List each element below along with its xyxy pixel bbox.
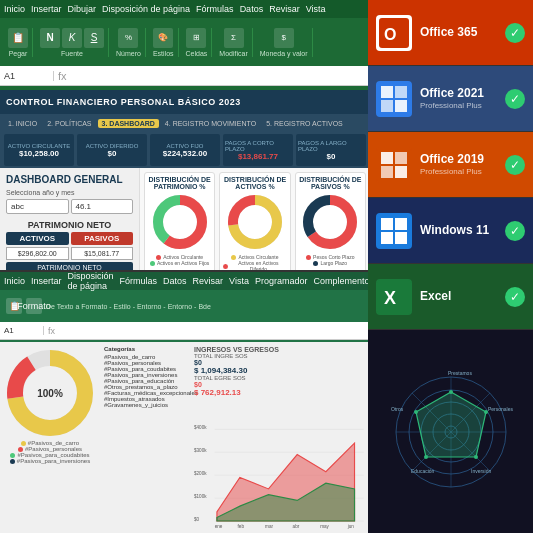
svg-rect-49	[381, 100, 393, 112]
svg-text:Educación: Educación	[411, 468, 435, 474]
dashboard-title: CONTROL FINANCIERO PERSONAL BÁSICO 2023	[6, 97, 241, 107]
donut-legend: #Pasivos_de_carro #Pasivos_personales #P…	[6, 440, 94, 464]
toolbar-format: % Número	[112, 28, 146, 57]
svg-text:$0: $0	[194, 517, 200, 522]
svg-text:100%: 100%	[37, 388, 63, 399]
currency-icon[interactable]: $	[274, 28, 294, 48]
month-selector[interactable]: 46.1	[71, 199, 134, 214]
radar-chart-area: Prestamos Personales Educación Inversión…	[368, 330, 533, 533]
second-donut-svg: 100%	[5, 348, 95, 438]
svg-rect-52	[381, 152, 393, 164]
office365-logo: O	[376, 15, 412, 51]
toolbar-font: N K S Fuente	[36, 28, 109, 57]
menu2-disposicion[interactable]: Disposición de página	[68, 271, 114, 291]
editing-label: Modificar	[219, 50, 247, 57]
menu2-complementos[interactable]: Complementos	[314, 276, 371, 286]
tab-politicas[interactable]: 2. POLÍTICAS	[43, 119, 95, 128]
format-cells-icon[interactable]: Formato	[26, 298, 42, 314]
product-excel[interactable]: X Excel ✓	[368, 264, 533, 330]
product-office365[interactable]: O Office 365 ✓	[368, 0, 533, 66]
stat-activo-fijo: ACTIVO FIJO $224,532.00	[150, 134, 220, 166]
year-selector[interactable]: abc	[6, 199, 69, 214]
svg-point-73	[449, 390, 453, 394]
underline-icon[interactable]: S	[84, 28, 104, 48]
donut-pasivos	[300, 192, 360, 252]
menu-insertar[interactable]: Insertar	[31, 4, 62, 14]
product-name-office2019: Office 2019	[420, 152, 497, 166]
product-office2019[interactable]: Office 2019 Professional Plus ✓	[368, 132, 533, 198]
fx-label-2: fx	[48, 326, 55, 336]
excel-icon: X	[377, 280, 411, 314]
office2021-icon	[377, 82, 411, 116]
svg-rect-53	[395, 152, 407, 164]
product-name-excel: Excel	[420, 289, 497, 303]
check-icon-office365: ✓	[505, 23, 525, 43]
excel-toolbar: 📋 Pegar N K S Fuente % Número 🎨 Estilos	[0, 18, 370, 66]
menu-dibujar[interactable]: Dibujar	[68, 4, 97, 14]
svg-text:ene: ene	[215, 524, 223, 529]
menu-datos[interactable]: Datos	[240, 4, 264, 14]
product-office2021[interactable]: Office 2021 Professional Plus ✓	[368, 66, 533, 132]
left-panel: Inicio Insertar Dibujar Disposición de p…	[0, 0, 370, 533]
menu-vista[interactable]: Vista	[306, 4, 326, 14]
ingresos-egresos-area: INGRESOS VS EGRESOS TOTAL INGRE SOS $0 $…	[190, 342, 370, 533]
total-ingresos-value: $0	[194, 359, 279, 366]
toolbar-styles: 🎨 Estilos	[149, 28, 179, 57]
cell-reference[interactable]: A1	[4, 71, 54, 81]
bold-icon[interactable]: N	[40, 28, 60, 48]
sum-icon[interactable]: Σ	[224, 28, 244, 48]
svg-rect-57	[381, 218, 393, 230]
values-row: $296,802.00 $15,081.77	[6, 247, 133, 260]
dashboard-header: CONTROL FINANCIERO PERSONAL BÁSICO 2023	[0, 90, 370, 114]
ingresos-header: INGRESOS VS EGRESOS TOTAL INGRE SOS $0 $…	[194, 346, 279, 397]
windows11-icon	[377, 214, 411, 248]
product-subtitle-office2021: Professional Plus	[420, 101, 497, 111]
menu2-revisar[interactable]: Revisar	[193, 276, 224, 286]
selector-prompt: Selecciona año y mes	[6, 189, 133, 196]
ingresos-egresos-header: INGRESOS VS EGRESOS TOTAL INGRE SOS $0 $…	[194, 346, 366, 397]
product-name-office365: Office 365	[420, 25, 497, 39]
svg-rect-59	[381, 232, 393, 244]
donut-svg-activos	[225, 192, 285, 252]
menu2-insertar[interactable]: Insertar	[31, 276, 62, 286]
style-icon[interactable]: 🎨	[153, 28, 173, 48]
menu-pagina[interactable]: Disposición de página	[102, 4, 190, 14]
menu-formulas[interactable]: Fórmulas	[196, 4, 234, 14]
svg-point-76	[424, 455, 428, 459]
tab-dashboard[interactable]: 3. DASHBOARD	[98, 119, 159, 128]
menu2-datos[interactable]: Datos	[163, 276, 187, 286]
svg-text:Inversión: Inversión	[471, 468, 492, 474]
list-item-9: #Gravamenes_y_juicios	[104, 402, 186, 408]
svg-text:abr: abr	[293, 524, 300, 529]
svg-rect-55	[395, 166, 407, 178]
cells-icon[interactable]: ⊞	[186, 28, 206, 48]
svg-text:Personales: Personales	[488, 406, 514, 412]
chart-legend-patrimonio: Activos Circulante Activos en Activos Fi…	[150, 254, 209, 266]
menu2-programador[interactable]: Programador	[255, 276, 308, 286]
chart-pasivos: DISTRIBUCIÓN DE PASIVOS % Pesos Corto Pl…	[295, 172, 366, 276]
font-label: Fuente	[61, 50, 83, 57]
product-info-office2021: Office 2021 Professional Plus	[420, 86, 497, 111]
italic-icon[interactable]: K	[62, 28, 82, 48]
svg-rect-50	[395, 100, 407, 112]
menu2-formulas[interactable]: Fórmulas	[120, 276, 158, 286]
formula-bar: A1 fx	[0, 66, 370, 86]
product-subtitle-office2019: Professional Plus	[420, 167, 497, 177]
donut-patrimonio	[150, 192, 210, 252]
menu-revisar[interactable]: Revisar	[269, 4, 300, 14]
menu2-vista[interactable]: Vista	[229, 276, 249, 286]
paste-icon[interactable]: 📋	[8, 28, 28, 48]
toolbar-cells: ⊞ Celdas	[182, 28, 213, 57]
selector-row: abc 46.1	[6, 199, 133, 214]
menu2-inicio[interactable]: Inicio	[4, 276, 25, 286]
tab-activos[interactable]: 5. REGISTRO ACTIVOS	[262, 119, 347, 128]
format-icon[interactable]: %	[118, 28, 138, 48]
tab-registro[interactable]: 4. REGISTRO MOVIMIENTO	[161, 119, 260, 128]
tab-inicio[interactable]: 1. INICIO	[4, 119, 41, 128]
menu-inicio[interactable]: Inicio	[4, 4, 25, 14]
pasivos-list: Categorías #Pasivos_de_carro #Pasivos_pe…	[100, 342, 190, 533]
product-windows11[interactable]: Windows 11 ✓	[368, 198, 533, 264]
svg-text:mar: mar	[265, 524, 273, 529]
windows11-logo	[376, 213, 412, 249]
second-content: 100% #Pasivos_de_carro #Pasivos_personal…	[0, 342, 370, 533]
